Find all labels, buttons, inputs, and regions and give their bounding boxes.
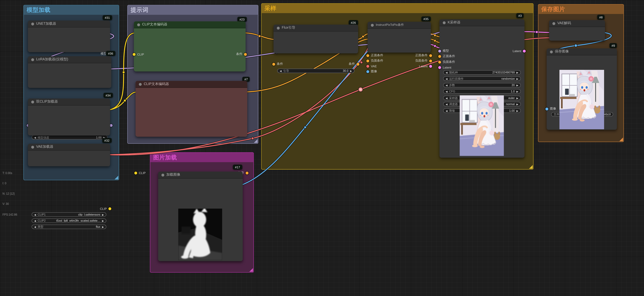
collapse-dot-icon[interactable] <box>31 100 34 103</box>
increment-icon[interactable]: ▶ <box>350 70 352 72</box>
widget-control-after-generate[interactable]: ◀运行后操作randomize▶ <box>443 76 521 81</box>
node-title: CLIP文本编码器 <box>142 22 167 27</box>
collapse-dot-icon[interactable] <box>277 26 280 29</box>
widget-type[interactable]: ◀类型flux▶ <box>32 224 106 229</box>
increment-icon[interactable]: ▶ <box>516 97 518 99</box>
node-flux-guidance[interactable]: Flux引导 条件 条件 ◀引导30.0▶ <box>274 25 358 53</box>
output-port-latent[interactable]: Latent <box>419 64 432 68</box>
decrement-icon[interactable]: ◀ <box>446 71 448 74</box>
output-port-conditioning[interactable]: 条件 <box>236 52 247 56</box>
node-title-bar[interactable]: VAE解码 <box>549 20 605 27</box>
widget-seed[interactable]: ◀随机种27433102490769▶ <box>443 70 521 75</box>
node-title-bar[interactable]: LoRA加载器(仅模型) <box>28 56 111 63</box>
collapse-dot-icon[interactable] <box>139 83 142 86</box>
decrement-icon[interactable]: ◀ <box>446 110 448 112</box>
node-title-bar[interactable]: 加载图像 <box>158 172 243 178</box>
node-title-bar[interactable]: InstructPixToPix条件 <box>368 22 431 29</box>
input-port-positive[interactable]: 正面条件 <box>438 54 455 58</box>
collapse-dot-icon[interactable] <box>162 174 164 176</box>
node-title: InstructPixToPix条件 <box>376 23 404 27</box>
conditioning-port-icon <box>438 55 441 58</box>
node-title: VAE解码 <box>557 21 571 26</box>
decrement-icon[interactable]: ◀ <box>446 97 448 99</box>
widget-strength-model[interactable]: ◀模型强度1.00▶ <box>32 135 108 140</box>
collapse-dot-icon[interactable] <box>371 24 374 26</box>
decrement-icon[interactable]: ◀ <box>34 226 36 228</box>
node-title-bar[interactable]: K采样器 <box>440 19 524 26</box>
node-title-bar[interactable]: 保存图像 <box>547 48 617 56</box>
node-title: LoRA加载器(仅模型) <box>36 57 68 62</box>
input-port-model[interactable]: 模型 <box>438 49 449 53</box>
node-instructpixtopix-conditioning[interactable]: InstructPixToPix条件 正面条件 负面条件 VAE 图像 正面条件… <box>368 22 431 53</box>
decrement-icon[interactable]: ◀ <box>280 70 282 72</box>
output-port-conditioning[interactable]: 条件 <box>349 62 360 66</box>
input-port-negative[interactable]: 负面条件 <box>366 59 383 63</box>
node-title-bar[interactable]: 双CLIP加载器 <box>28 98 110 106</box>
increment-icon[interactable]: ▶ <box>102 226 104 228</box>
input-port-negative[interactable]: 负面条件 <box>438 60 455 64</box>
widget-steps[interactable]: ◀步数20▶ <box>443 83 521 88</box>
collapse-dot-icon[interactable] <box>31 146 34 148</box>
increment-icon[interactable]: ▶ <box>516 84 518 86</box>
input-port-positive[interactable]: 正面条件 <box>366 53 383 58</box>
input-port-conditioning[interactable]: 条件 <box>272 62 283 66</box>
increment-icon[interactable]: ▶ <box>516 103 518 105</box>
node-dual-clip-loader[interactable]: 双CLIP加载器 CLIP ◀CLIP1clip_l.safetensors▶ … <box>28 98 110 136</box>
output-port-latent[interactable]: Latent <box>513 49 526 53</box>
node-title: 双CLIP加载器 <box>36 100 58 104</box>
image-port-icon <box>546 108 548 110</box>
input-port-clip[interactable]: CLIP <box>133 52 144 56</box>
node-title-bar[interactable]: Flux引导 <box>274 25 358 32</box>
widget-clip1[interactable]: ◀CLIP1clip_l.safetensors▶ <box>32 212 106 217</box>
input-port-image[interactable]: 图像 <box>546 107 556 111</box>
node-title-bar[interactable]: VAE加载器 <box>28 144 110 150</box>
node-title-bar[interactable]: UNET加载器 <box>28 20 110 28</box>
node-unet-loader[interactable]: UNET加载器 模型 ◀UNET名称flux1-dev.safetensors▶… <box>28 20 110 52</box>
decrement-icon[interactable]: ◀ <box>446 90 448 92</box>
collapse-dot-icon[interactable] <box>137 23 140 26</box>
node-badge: #9 <box>610 43 617 48</box>
node-clip-text-encode-negative[interactable]: CLIP文本编码器 CLIP 条件 <box>136 81 248 137</box>
collapse-dot-icon[interactable] <box>31 22 34 25</box>
input-port-vae[interactable]: VAE <box>366 64 377 68</box>
output-port-negative[interactable]: 负面条件 <box>415 59 432 63</box>
output-port-clip[interactable]: CLIP <box>100 206 111 210</box>
increment-icon[interactable]: ▶ <box>102 219 104 222</box>
increment-icon[interactable]: ▶ <box>516 90 518 92</box>
increment-icon[interactable]: ▶ <box>516 110 518 112</box>
node-title-bar[interactable]: CLIP文本编码器 <box>136 81 248 88</box>
decrement-icon[interactable]: ◀ <box>34 136 36 138</box>
collapse-dot-icon[interactable] <box>550 50 553 53</box>
collapse-dot-icon[interactable] <box>443 21 446 24</box>
model-port-icon <box>438 50 441 52</box>
collapse-dot-icon[interactable] <box>552 22 555 25</box>
widget-guidance[interactable]: ◀引导30.0▶ <box>277 68 354 73</box>
node-lora-loader[interactable]: LoRA加载器(仅模型) 模型 模型 ◀LoRA名称flux1-depth-de… <box>28 56 111 88</box>
input-port-clip[interactable]: CLIP <box>134 171 146 175</box>
collapse-dot-icon[interactable] <box>31 58 34 61</box>
node-title-bar[interactable]: CLIP文本编码器 <box>134 21 246 28</box>
increment-icon[interactable]: ▶ <box>516 77 518 80</box>
output-port-positive[interactable]: 正面条件 <box>415 53 432 58</box>
decrement-icon[interactable]: ◀ <box>446 77 448 80</box>
node-title: 加载图像 <box>166 172 180 178</box>
node-vae-decode[interactable]: VAE解码 Latent VAE 图像 <box>549 20 605 41</box>
decrement-icon[interactable]: ◀ <box>34 213 36 216</box>
node-badge: #31 <box>103 15 112 20</box>
increment-icon[interactable]: ▶ <box>102 213 104 216</box>
node-title: UNET加载器 <box>36 21 56 26</box>
decrement-icon[interactable]: ◀ <box>34 219 36 222</box>
decrement-icon[interactable]: ◀ <box>446 103 448 105</box>
widget-clip2[interactable]: ◀CLIP2t5xxl_fp8_e4m3fn_scaled.safete…▶ <box>32 218 106 223</box>
clip-port-icon <box>134 171 137 174</box>
input-port-image[interactable]: 图像 <box>366 69 377 74</box>
input-port-latent[interactable]: Latent <box>438 65 451 70</box>
node-vae-loader[interactable]: VAE加载器 VAE ◀vae名称ae.safetensors▶ <box>28 144 110 166</box>
node-clip-text-encode-positive[interactable]: CLIP文本编码器 CLIP 条件 <box>134 21 246 72</box>
node-graph-canvas[interactable]: 模型加载 提示词 采样 保存图片 图片加载 <box>0 0 644 296</box>
latent-port-icon <box>438 66 441 69</box>
widget-cfg[interactable]: ◀CFG1.0▶ <box>443 89 521 94</box>
decrement-icon[interactable]: ◀ <box>446 84 448 86</box>
node-title: K采样器 <box>448 20 460 25</box>
increment-icon[interactable]: ▶ <box>516 71 518 74</box>
